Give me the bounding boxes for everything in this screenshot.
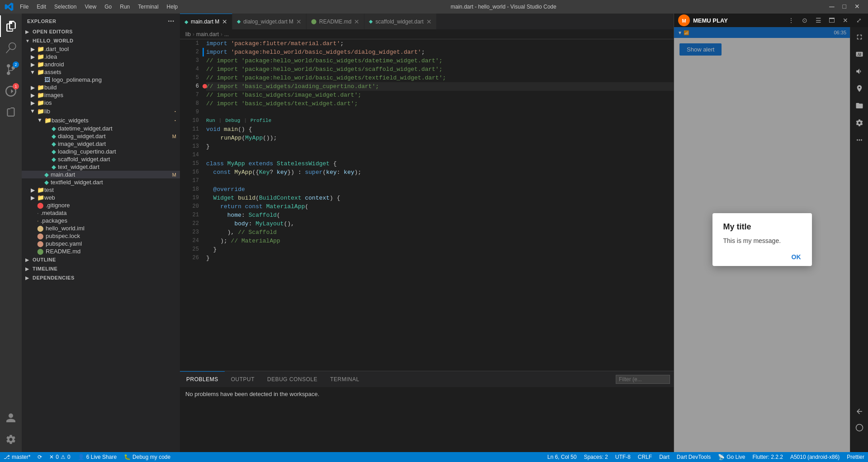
- status-flutter[interactable]: Flutter: 2.2.2: [749, 452, 787, 462]
- dependencies-section[interactable]: ▶ DEPENDENCIES: [22, 273, 180, 282]
- menu-edit[interactable]: Edit: [33, 2, 50, 12]
- tree-item-datetime[interactable]: ◆ datetime_widget.dart: [22, 125, 180, 132]
- menu-help[interactable]: Help: [163, 2, 182, 12]
- account-icon[interactable]: [0, 407, 22, 429]
- status-spaces[interactable]: Spaces: 2: [580, 452, 611, 462]
- memu-camera-btn[interactable]: ⊙: [799, 15, 810, 26]
- status-devtools[interactable]: Dart DevTools: [673, 452, 714, 462]
- open-editors-section[interactable]: ▶ OPEN EDITORS: [22, 27, 180, 36]
- close-tab-dialog[interactable]: ✕: [296, 18, 302, 25]
- tree-item-scaffold[interactable]: ◆ scaffold_widget.dart: [22, 155, 180, 163]
- menu-terminal[interactable]: Terminal: [134, 2, 162, 12]
- panel-filter-input[interactable]: [616, 375, 670, 384]
- code-editor[interactable]: 1 2 3 4 5 6 7 8 9 10 11 12 13 14 15 16 1: [180, 39, 674, 371]
- tree-item-metadata[interactable]: · .metadata: [22, 209, 180, 217]
- close-btn[interactable]: ✕: [851, 1, 863, 13]
- breadcrumb-file[interactable]: main.dart: [196, 31, 219, 37]
- menu-file[interactable]: File: [16, 2, 32, 12]
- memu-home-icon[interactable]: [851, 420, 868, 436]
- memu-fullscreen-icon[interactable]: [851, 29, 868, 45]
- tree-item-loading[interactable]: ◆ loading_cupertino.dart: [22, 148, 180, 155]
- project-section[interactable]: ▼ HELLO_WORLD: [22, 36, 180, 45]
- menu-run[interactable]: Run: [116, 2, 133, 12]
- breadcrumb-more[interactable]: ...: [224, 31, 229, 37]
- status-language[interactable]: Dart: [656, 452, 673, 462]
- status-sync[interactable]: ⟳: [34, 452, 46, 462]
- close-tab-main[interactable]: ✕: [222, 18, 227, 25]
- dialog-ok-button[interactable]: OK: [723, 253, 801, 261]
- memu-restore-btn[interactable]: 🗖: [826, 15, 837, 26]
- status-branch[interactable]: ⎇ master*: [0, 452, 34, 462]
- status-eol[interactable]: CRLF: [634, 452, 656, 462]
- memu-files-icon[interactable]: [851, 98, 868, 114]
- debug-lens[interactable]: Debug: [225, 117, 240, 125]
- memu-volume-icon[interactable]: [851, 63, 868, 79]
- tree-item-test[interactable]: ▶ 📁 test: [22, 186, 180, 194]
- menu-go[interactable]: Go: [101, 2, 115, 12]
- memu-recents-icon[interactable]: [851, 436, 868, 452]
- tree-item-dialog[interactable]: ◆ dialog_widget.dart M: [22, 132, 180, 140]
- tree-item-lib[interactable]: ▼ 📁 lib ·: [22, 107, 180, 116]
- panel-tab-debug-console[interactable]: DEBUG CONSOLE: [261, 371, 324, 387]
- search-icon[interactable]: [0, 37, 22, 59]
- tree-item-iml[interactable]: ⬤ hello_world.iml: [22, 224, 180, 232]
- tree-item-images[interactable]: ▶ 📁 images: [22, 91, 180, 99]
- tree-item-gitignore[interactable]: ⬤ .gitignore: [22, 201, 180, 209]
- memu-close-btn[interactable]: ✕: [840, 15, 851, 26]
- sidebar-more-btn[interactable]: ···: [168, 17, 175, 25]
- tab-main-dart[interactable]: ◆ main.dart M ✕: [180, 14, 232, 29]
- tree-item-web[interactable]: ▶ 📁 web: [22, 194, 180, 201]
- memu-settings-icon[interactable]: [851, 115, 868, 131]
- breadcrumb-lib[interactable]: lib: [185, 31, 191, 37]
- status-encoding[interactable]: UTF-8: [612, 452, 634, 462]
- memu-hamburger-btn[interactable]: ☰: [813, 15, 824, 26]
- panel-filter[interactable]: [616, 375, 670, 384]
- tree-item-main[interactable]: ◆ main.dart M: [22, 171, 180, 178]
- tree-item-dart-tool[interactable]: ▶ 📁 .dart_tool: [22, 45, 180, 53]
- source-control-icon[interactable]: 2: [0, 59, 22, 80]
- close-tab-scaffold[interactable]: ✕: [426, 18, 432, 25]
- status-device[interactable]: A5010 (android-x86): [787, 452, 843, 462]
- tree-item-readme[interactable]: ⬤ README.md: [22, 247, 180, 255]
- memu-back-icon[interactable]: [851, 403, 868, 420]
- tab-dialog-widget[interactable]: ◆ dialog_widget.dart M ✕: [232, 14, 307, 29]
- code-content[interactable]: import 'package:flutter/material.dart'; …: [203, 39, 674, 371]
- maximize-btn[interactable]: □: [839, 1, 850, 13]
- tree-item-basic-widgets[interactable]: ▼ 📁 basic_widgets ·: [22, 116, 180, 125]
- memu-location-icon[interactable]: [851, 80, 868, 97]
- tab-scaffold-widget[interactable]: ◆ scaffold_widget.dart ✕: [364, 14, 437, 29]
- run-debug-icon[interactable]: 1: [0, 80, 22, 102]
- tree-item-build[interactable]: ▶ 📁 build: [22, 84, 180, 91]
- status-golive[interactable]: 📡 Go Live: [714, 452, 749, 462]
- tree-item-textfield[interactable]: ◆ textfield_widget.dart: [22, 178, 180, 186]
- extensions-icon[interactable]: [0, 102, 22, 124]
- panel-tab-output[interactable]: OUTPUT: [225, 371, 261, 387]
- run-lens[interactable]: Run: [206, 117, 215, 125]
- panel-tab-terminal[interactable]: TERMINAL: [324, 371, 366, 387]
- memu-menu-btn[interactable]: ⋮: [786, 15, 797, 26]
- tree-item-pubspec-lock[interactable]: ⬤ pubspec.lock: [22, 232, 180, 240]
- explorer-icon[interactable]: [0, 15, 22, 37]
- menu-selection[interactable]: Selection: [51, 2, 80, 12]
- tree-item-ios[interactable]: ▶ 📁 ios: [22, 99, 180, 107]
- memu-expand-btn[interactable]: ⤢: [854, 15, 864, 26]
- status-position[interactable]: Ln 6, Col 50: [544, 452, 580, 462]
- tree-item-idea[interactable]: ▶ 📁 .idea: [22, 53, 180, 61]
- tree-item-text-widget[interactable]: ◆ text_widget.dart: [22, 163, 180, 171]
- status-prettier[interactable]: Prettier: [843, 452, 868, 462]
- memu-more-icon[interactable]: [851, 132, 868, 148]
- status-liveshare[interactable]: 👤 6 Live Share: [74, 452, 120, 462]
- close-tab-readme[interactable]: ✕: [354, 18, 359, 25]
- tree-item-logo[interactable]: 🖼 logo_polinema.png: [22, 76, 180, 84]
- minimize-btn[interactable]: ─: [826, 1, 838, 13]
- panel-tab-problems[interactable]: PROBLEMS: [180, 371, 225, 387]
- profile-lens[interactable]: Profile: [250, 117, 271, 125]
- tree-item-pubspec-yaml[interactable]: ⬤ pubspec.yaml: [22, 240, 180, 247]
- memu-keyboard-icon[interactable]: [851, 46, 868, 62]
- menu-view[interactable]: View: [81, 2, 100, 12]
- tree-item-android[interactable]: ▶ 📁 android: [22, 61, 180, 68]
- tree-item-packages[interactable]: · .packages: [22, 217, 180, 224]
- timeline-section[interactable]: ▶ TIMELINE: [22, 264, 180, 273]
- tree-item-assets[interactable]: ▼ 📁 assets: [22, 68, 180, 76]
- settings-icon[interactable]: [0, 429, 22, 450]
